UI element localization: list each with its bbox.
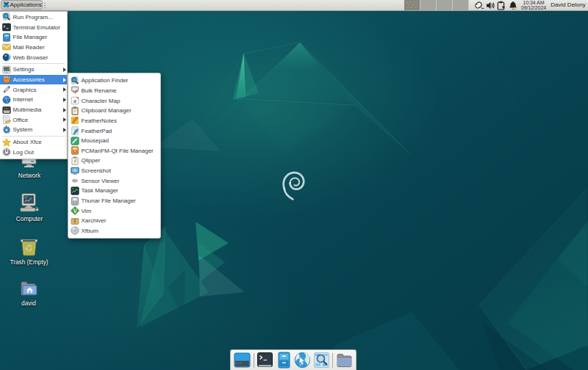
svg-text:a: a <box>74 98 76 104</box>
